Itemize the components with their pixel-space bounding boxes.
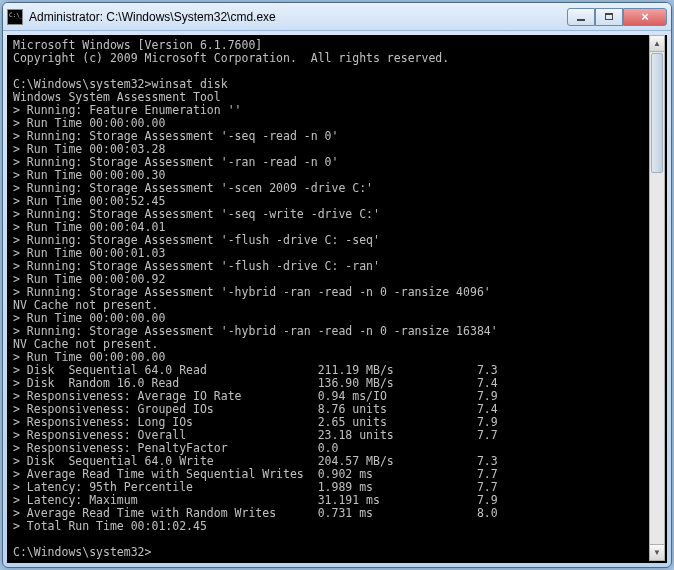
scroll-thumb[interactable]	[651, 53, 663, 173]
maximize-button[interactable]	[595, 8, 623, 26]
window-controls: ×	[567, 8, 667, 26]
cmd-icon	[7, 9, 23, 25]
scroll-up-button[interactable]: ▲	[650, 36, 664, 52]
close-button[interactable]: ×	[623, 8, 667, 26]
vertical-scrollbar[interactable]: ▲ ▼	[649, 35, 665, 561]
console-output[interactable]: Microsoft Windows [Version 6.1.7600] Cop…	[7, 35, 667, 563]
minimize-icon	[577, 19, 585, 21]
cmd-window: Administrator: C:\Windows\System32\cmd.e…	[2, 2, 672, 568]
title-bar[interactable]: Administrator: C:\Windows\System32\cmd.e…	[3, 3, 671, 31]
close-icon: ×	[641, 9, 649, 24]
window-title: Administrator: C:\Windows\System32\cmd.e…	[29, 10, 567, 24]
scroll-down-button[interactable]: ▼	[650, 544, 664, 560]
minimize-button[interactable]	[567, 8, 595, 26]
maximize-icon	[605, 13, 613, 20]
